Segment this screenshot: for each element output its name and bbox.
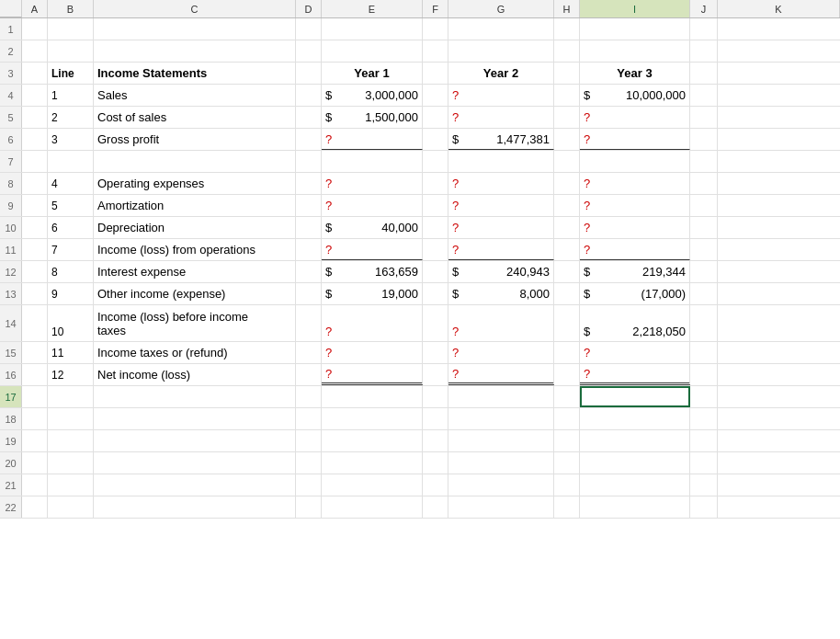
cell-7j[interactable] bbox=[690, 151, 718, 172]
cell-3f[interactable] bbox=[423, 63, 448, 84]
cell-5h[interactable] bbox=[554, 107, 580, 128]
cell-10i[interactable]: ? bbox=[580, 217, 690, 238]
cell-18j[interactable] bbox=[690, 408, 718, 429]
cell-20b[interactable] bbox=[48, 452, 94, 474]
cell-4c[interactable]: Sales bbox=[94, 85, 296, 106]
cell-19a[interactable] bbox=[22, 430, 48, 451]
cell-6j[interactable] bbox=[690, 129, 718, 150]
cell-4f[interactable] bbox=[423, 85, 448, 106]
cell-3g[interactable]: Year 2 bbox=[448, 63, 554, 84]
cell-10d[interactable] bbox=[296, 217, 322, 238]
cell-2g[interactable] bbox=[448, 40, 554, 62]
cell-5e[interactable]: $1,500,000 bbox=[322, 107, 423, 128]
cell-13h[interactable] bbox=[554, 283, 580, 304]
cell-17e[interactable] bbox=[322, 386, 423, 407]
cell-6c[interactable]: Gross profit bbox=[94, 129, 296, 150]
cell-4e[interactable]: $3,000,000 bbox=[322, 85, 423, 106]
cell-8b[interactable]: 4 bbox=[48, 173, 94, 194]
cell-21c[interactable] bbox=[94, 474, 296, 496]
cell-5d[interactable] bbox=[296, 107, 322, 128]
cell-14a[interactable] bbox=[22, 305, 48, 341]
cell-18g[interactable] bbox=[448, 408, 554, 429]
cell-10j[interactable] bbox=[690, 217, 718, 238]
cell-8d[interactable] bbox=[296, 173, 322, 194]
cell-14f[interactable] bbox=[423, 305, 448, 341]
cell-14g[interactable]: ? bbox=[448, 305, 554, 341]
cell-11c[interactable]: Income (loss) from operations bbox=[94, 239, 296, 260]
cell-19b[interactable] bbox=[48, 430, 94, 451]
cell-9b[interactable]: 5 bbox=[48, 195, 94, 216]
cell-14h[interactable] bbox=[554, 305, 580, 341]
cell-3j[interactable] bbox=[690, 63, 718, 84]
cell-12g[interactable]: $240,943 bbox=[448, 261, 554, 282]
cell-18i[interactable] bbox=[580, 408, 690, 429]
cell-14c[interactable]: Income (loss) before income taxes bbox=[94, 305, 296, 341]
cell-12h[interactable] bbox=[554, 261, 580, 282]
cell-7e[interactable] bbox=[322, 151, 423, 172]
cell-19d[interactable] bbox=[296, 430, 322, 451]
cell-7b[interactable] bbox=[48, 151, 94, 172]
cell-17f[interactable] bbox=[423, 386, 448, 407]
cell-2h[interactable] bbox=[554, 40, 580, 62]
col-header-i[interactable]: I bbox=[580, 0, 690, 17]
col-header-f[interactable]: F bbox=[423, 0, 448, 17]
cell-13g[interactable]: $8,000 bbox=[448, 283, 554, 304]
cell-12i[interactable]: $219,344 bbox=[580, 261, 690, 282]
cell-20c[interactable] bbox=[94, 452, 296, 474]
cell-5c[interactable]: Cost of sales bbox=[94, 107, 296, 128]
cell-11b[interactable]: 7 bbox=[48, 239, 94, 260]
cell-9f[interactable] bbox=[423, 195, 448, 216]
cell-12d[interactable] bbox=[296, 261, 322, 282]
cell-8h[interactable] bbox=[554, 173, 580, 194]
cell-14e[interactable]: ? bbox=[322, 305, 423, 341]
cell-9a[interactable] bbox=[22, 195, 48, 216]
cell-12f[interactable] bbox=[423, 261, 448, 282]
cell-7c[interactable] bbox=[94, 151, 296, 172]
cell-13i[interactable]: $(17,000) bbox=[580, 283, 690, 304]
cell-14b[interactable]: 10 bbox=[48, 305, 94, 341]
cell-15f[interactable] bbox=[423, 342, 448, 363]
cell-17a[interactable] bbox=[22, 386, 48, 407]
cell-20i[interactable] bbox=[580, 452, 690, 474]
cell-6e[interactable]: ? bbox=[322, 129, 423, 150]
cell-4b[interactable]: 1 bbox=[48, 85, 94, 106]
cell-14i[interactable]: $2,218,050 bbox=[580, 305, 690, 341]
cell-17d[interactable] bbox=[296, 386, 322, 407]
cell-19f[interactable] bbox=[423, 430, 448, 451]
cell-8e[interactable]: ? bbox=[322, 173, 423, 194]
cell-16h[interactable] bbox=[554, 364, 580, 385]
col-header-e[interactable]: E bbox=[322, 0, 423, 17]
cell-7i[interactable] bbox=[580, 151, 690, 172]
cell-22e[interactable] bbox=[322, 496, 423, 518]
cell-1g[interactable] bbox=[448, 18, 554, 40]
cell-21b[interactable] bbox=[48, 474, 94, 496]
cell-13e[interactable]: $19,000 bbox=[322, 283, 423, 304]
cell-4j[interactable] bbox=[690, 85, 718, 106]
cell-10b[interactable]: 6 bbox=[48, 217, 94, 238]
cell-21i[interactable] bbox=[580, 474, 690, 496]
cell-2d[interactable] bbox=[296, 40, 322, 62]
cell-1b[interactable] bbox=[48, 18, 94, 40]
cell-14j[interactable] bbox=[690, 305, 718, 341]
cell-15e[interactable]: ? bbox=[322, 342, 423, 363]
cell-3b[interactable]: Line bbox=[48, 63, 94, 84]
cell-2b[interactable] bbox=[48, 40, 94, 62]
cell-22h[interactable] bbox=[554, 496, 580, 518]
cell-10f[interactable] bbox=[423, 217, 448, 238]
cell-20f[interactable] bbox=[423, 452, 448, 474]
cell-19h[interactable] bbox=[554, 430, 580, 451]
cell-11e[interactable]: ? bbox=[322, 239, 423, 260]
cell-21j[interactable] bbox=[690, 474, 718, 496]
cell-8f[interactable] bbox=[423, 173, 448, 194]
cell-5g[interactable]: ? bbox=[448, 107, 554, 128]
cell-22a[interactable] bbox=[22, 496, 48, 518]
cell-4i[interactable]: $10,000,000 bbox=[580, 85, 690, 106]
cell-6d[interactable] bbox=[296, 129, 322, 150]
cell-20d[interactable] bbox=[296, 452, 322, 474]
cell-21f[interactable] bbox=[423, 474, 448, 496]
cell-21g[interactable] bbox=[448, 474, 554, 496]
cell-18f[interactable] bbox=[423, 408, 448, 429]
cell-9g[interactable]: ? bbox=[448, 195, 554, 216]
cell-11f[interactable] bbox=[423, 239, 448, 260]
cell-16d[interactable] bbox=[296, 364, 322, 385]
